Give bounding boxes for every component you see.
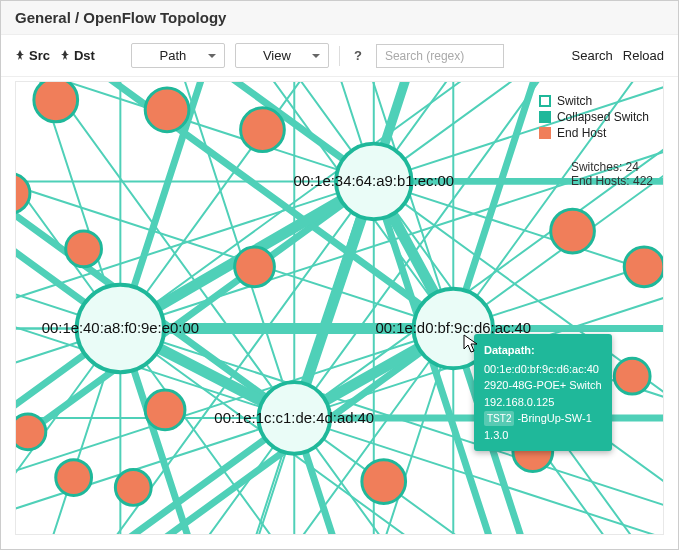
stats: Switches: 24 End Hosts: 422 bbox=[571, 160, 653, 188]
end-host-node[interactable] bbox=[16, 414, 46, 450]
tooltip-ip: 192.168.0.125 bbox=[484, 394, 602, 411]
tooltip-version: 1.3.0 bbox=[484, 427, 602, 444]
end-host-node[interactable] bbox=[115, 470, 151, 506]
switch-label: 00:1e:40:a8:f0:9e:e0:00 bbox=[42, 320, 199, 336]
end-host-node[interactable] bbox=[235, 247, 275, 287]
toolbar: Src Dst Path View ? Search Reload bbox=[1, 35, 678, 77]
tooltip-name-row: TST2-BringUp-SW-1 bbox=[484, 410, 602, 427]
endhost-count: End Hosts: 422 bbox=[571, 174, 653, 188]
end-host-node[interactable] bbox=[34, 82, 78, 122]
search-input[interactable] bbox=[376, 44, 504, 68]
switch-count: Switches: 24 bbox=[571, 160, 653, 174]
end-host-node[interactable] bbox=[16, 173, 30, 213]
end-host-node[interactable] bbox=[241, 108, 285, 152]
path-label: Path bbox=[160, 48, 187, 63]
switch-label: 00:1e:34:64:a9:b1:ec:00 bbox=[293, 173, 454, 189]
end-host-node[interactable] bbox=[551, 209, 595, 253]
node-tooltip: Datapath: 00:1e:d0:bf:9c:d6:ac:40 2920-4… bbox=[474, 334, 612, 451]
end-host-node[interactable] bbox=[145, 390, 185, 430]
view-dropdown[interactable]: View bbox=[235, 43, 329, 68]
end-host-node[interactable] bbox=[362, 460, 406, 504]
end-host-node[interactable] bbox=[145, 88, 189, 132]
topology-canvas[interactable]: 00:1e:34:64:a9:b1:ec:0000:1e:40:a8:f0:9e… bbox=[15, 81, 664, 535]
dst-label: Dst bbox=[74, 48, 95, 63]
end-host-node[interactable] bbox=[624, 247, 663, 287]
legend: Switch Collapsed Switch End Host bbox=[535, 88, 653, 146]
tooltip-mac: 00:1e:d0:bf:9c:d6:ac:40 bbox=[484, 361, 602, 378]
end-host-node[interactable] bbox=[56, 460, 92, 496]
tooltip-model: 2920-48G-POE+ Switch bbox=[484, 377, 602, 394]
legend-collapsed-switch: Collapsed Switch bbox=[539, 110, 649, 124]
page-title: General / OpenFlow Topology bbox=[1, 1, 678, 35]
view-label: View bbox=[263, 48, 291, 63]
src-label: Src bbox=[29, 48, 50, 63]
src-pin[interactable]: Src bbox=[15, 48, 50, 63]
switch-label: 00:1e:1c:c1:de:4d:ad:40 bbox=[214, 410, 374, 426]
end-host-node[interactable] bbox=[614, 358, 650, 394]
help-button[interactable]: ? bbox=[350, 48, 366, 63]
legend-switch: Switch bbox=[539, 94, 649, 108]
legend-end-host: End Host bbox=[539, 126, 649, 140]
reload-button[interactable]: Reload bbox=[623, 48, 664, 63]
dst-pin[interactable]: Dst bbox=[60, 48, 95, 63]
separator bbox=[339, 46, 340, 66]
path-dropdown[interactable]: Path bbox=[131, 43, 225, 68]
pin-icon bbox=[60, 48, 70, 63]
search-button[interactable]: Search bbox=[572, 48, 613, 63]
topology-svg: 00:1e:34:64:a9:b1:ec:0000:1e:40:a8:f0:9e… bbox=[16, 82, 663, 535]
end-host-node[interactable] bbox=[66, 231, 102, 267]
tooltip-header: Datapath: bbox=[484, 342, 602, 359]
pin-icon bbox=[15, 48, 25, 63]
